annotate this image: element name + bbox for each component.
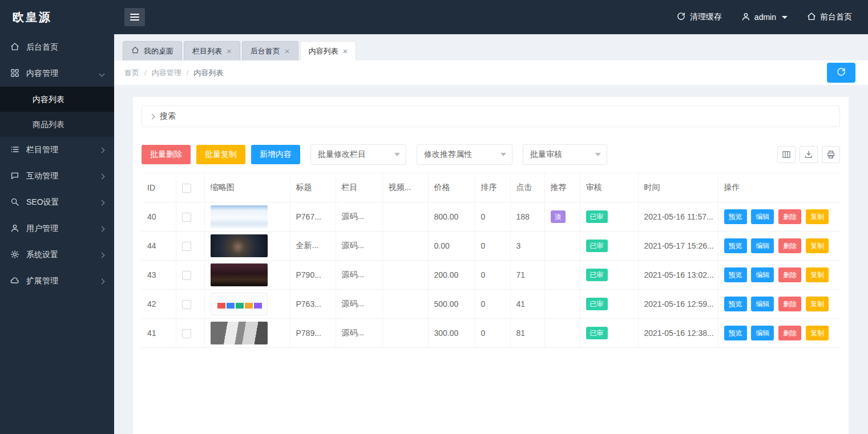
close-icon[interactable]: ×	[285, 47, 290, 55]
sidebar-item-settings[interactable]: 系统设置	[0, 242, 114, 268]
batch-delete-button[interactable]: 批量删除	[142, 145, 191, 164]
topbar-actions: 清理缓存 admin 前台首页	[676, 11, 868, 23]
tab-content-list[interactable]: 内容列表 ×	[300, 41, 357, 60]
sidebar-item-interaction[interactable]: 互动管理	[0, 163, 114, 189]
toolbar: 批量删除 批量复制 新增内容 批量修改栏目 修改推荐属性 批量审核	[142, 144, 840, 165]
copy-button[interactable]: 复制	[806, 209, 829, 224]
breadcrumb-current: 内容列表	[193, 68, 223, 78]
topbar: 欧皇源 清理缓存 admin 前台首页	[0, 0, 868, 34]
recommend-attr-select[interactable]: 修改推荐属性	[417, 144, 512, 165]
search-label: 搜索	[160, 111, 176, 121]
export-button[interactable]	[800, 146, 818, 163]
row-checkbox[interactable]	[182, 271, 191, 280]
row-checkbox[interactable]	[182, 329, 191, 338]
sidebar-item-columns[interactable]: 栏目管理	[0, 137, 114, 163]
preview-button[interactable]: 预览	[724, 209, 747, 224]
search-toggle[interactable]: 搜索	[142, 106, 840, 127]
cell-price: 500.00	[428, 290, 475, 319]
batch-column-select[interactable]: 批量修改栏目	[310, 144, 406, 165]
thumbnail-image[interactable]	[211, 293, 268, 315]
cell-price: 200.00	[428, 261, 475, 290]
sidebar-item-label: 互动管理	[26, 171, 58, 181]
close-icon[interactable]: ×	[227, 47, 232, 55]
edit-button[interactable]: 编辑	[751, 238, 774, 253]
sidebar-item-content[interactable]: 内容管理	[0, 60, 114, 87]
sidebar-item-label: 后台首页	[26, 42, 58, 52]
cell-id: 40	[142, 202, 176, 232]
thumbnail-image[interactable]	[211, 322, 268, 344]
header-recommend: 推荐	[544, 173, 580, 202]
cell-video	[382, 261, 428, 290]
sidebar-item-dashboard[interactable]: 后台首页	[0, 34, 114, 60]
header-thumbnail: 缩略图	[204, 173, 290, 202]
add-content-button[interactable]: 新增内容	[251, 145, 300, 164]
thumbnail-image[interactable]	[211, 205, 268, 228]
sidebar-item-users[interactable]: 用户管理	[0, 216, 114, 242]
chevron-right-icon	[99, 173, 105, 179]
caret-down-icon	[782, 16, 788, 19]
edit-button[interactable]: 编辑	[751, 326, 774, 340]
sidebar: 后台首页 内容管理 内容列表 商品列表 栏目管理 互动管理 SEO设置	[0, 34, 114, 434]
sidebar-item-seo[interactable]: SEO设置	[0, 189, 114, 216]
delete-button[interactable]: 删除	[778, 297, 801, 311]
close-icon[interactable]: ×	[343, 47, 348, 55]
refresh-page-button[interactable]	[827, 63, 855, 83]
row-checkbox[interactable]	[182, 242, 191, 251]
user-menu[interactable]: admin	[741, 12, 788, 23]
delete-button[interactable]: 删除	[778, 267, 801, 282]
clear-cache-button[interactable]: 清理缓存	[676, 11, 722, 23]
clear-cache-label: 清理缓存	[690, 12, 722, 22]
cell-column: 源码...	[336, 319, 382, 348]
caret-down-icon	[394, 153, 400, 156]
sidebar-item-extensions[interactable]: 扩展管理	[0, 268, 114, 294]
breadcrumb-content[interactable]: 内容管理	[152, 68, 194, 78]
cell-title: P767...	[290, 202, 336, 232]
columns-toggle-button[interactable]	[777, 146, 796, 163]
print-button[interactable]	[822, 146, 840, 163]
sidebar-item-label: 用户管理	[26, 224, 58, 234]
copy-button[interactable]: 复制	[806, 326, 829, 340]
delete-button[interactable]: 删除	[778, 326, 801, 340]
preview-button[interactable]: 预览	[724, 267, 747, 282]
table-row: 40 P767... 源码... 800.00 0 188 顶 已审 2021-…	[142, 202, 840, 232]
tab-column-list[interactable]: 栏目列表 ×	[184, 41, 240, 60]
row-checkbox[interactable]	[182, 213, 191, 222]
edit-button[interactable]: 编辑	[751, 209, 774, 224]
cloud-icon	[10, 276, 19, 287]
row-checkbox[interactable]	[182, 300, 191, 309]
copy-button[interactable]: 复制	[806, 297, 829, 311]
cell-time: 2021-05-17 15:26...	[638, 232, 718, 261]
sidebar-subitem-goods-list[interactable]: 商品列表	[0, 112, 114, 137]
cell-video	[382, 202, 428, 232]
preview-button[interactable]: 预览	[724, 326, 747, 340]
delete-button[interactable]: 删除	[778, 238, 801, 253]
list-icon	[10, 145, 19, 156]
breadcrumb-home[interactable]: 首页	[124, 68, 152, 78]
sidebar-toggle-button[interactable]	[124, 8, 145, 26]
batch-copy-button[interactable]: 批量复制	[196, 145, 245, 164]
search-icon	[10, 197, 19, 208]
batch-audit-select[interactable]: 批量审核	[523, 144, 607, 165]
tab-desktop[interactable]: 我的桌面	[123, 41, 182, 60]
chevron-right-icon	[99, 226, 105, 232]
preview-button[interactable]: 预览	[724, 297, 747, 311]
cell-time: 2021-05-16 13:02...	[638, 261, 718, 290]
tab-admin-home[interactable]: 后台首页 ×	[242, 41, 298, 60]
sidebar-item-label: SEO设置	[26, 197, 59, 208]
cell-id: 41	[142, 319, 176, 348]
copy-button[interactable]: 复制	[806, 238, 829, 253]
cell-clicks: 81	[510, 319, 544, 348]
thumbnail-image[interactable]	[211, 263, 268, 286]
edit-button[interactable]: 编辑	[751, 267, 774, 282]
thumbnail-image[interactable]	[211, 234, 268, 257]
caret-down-icon	[500, 153, 506, 156]
sidebar-subitem-content-list[interactable]: 内容列表	[0, 87, 114, 112]
breadcrumb: 首页 内容管理 内容列表	[114, 60, 868, 85]
preview-button[interactable]: 预览	[724, 238, 747, 253]
delete-button[interactable]: 删除	[778, 209, 801, 224]
copy-button[interactable]: 复制	[806, 267, 829, 282]
front-home-link[interactable]: 前台首页	[807, 12, 852, 23]
select-all-checkbox[interactable]	[182, 184, 191, 193]
tab-label: 我的桌面	[144, 46, 173, 56]
edit-button[interactable]: 编辑	[751, 297, 774, 311]
